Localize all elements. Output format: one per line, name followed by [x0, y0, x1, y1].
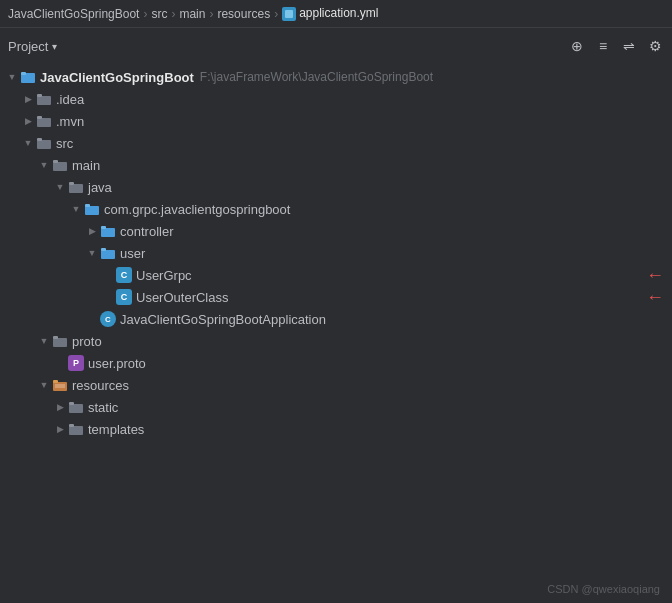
watermark: CSDN @qwexiaoqiang [547, 583, 660, 595]
user-label: user [120, 246, 145, 261]
src-expander[interactable] [20, 135, 36, 151]
com-expander[interactable] [68, 201, 84, 217]
breadcrumb-main[interactable]: main [179, 7, 205, 21]
panel-title: Project [8, 39, 48, 54]
breadcrumb: JavaClientGoSpringBoot › src › main › re… [0, 0, 672, 28]
app-label: JavaClientGoSpringBootApplication [120, 312, 326, 327]
com-folder-icon [84, 201, 100, 217]
static-label: static [88, 400, 118, 415]
resources-folder-icon [52, 377, 68, 393]
svg-rect-20 [53, 336, 58, 339]
idea-label: .idea [56, 92, 84, 107]
tree-item-user[interactable]: user [0, 242, 672, 264]
templates-label: templates [88, 422, 144, 437]
svg-rect-17 [101, 250, 115, 259]
tree-item-app[interactable]: C JavaClientGoSpringBootApplication [0, 308, 672, 330]
svg-rect-6 [37, 116, 42, 119]
java-label: java [88, 180, 112, 195]
tree-item-proto[interactable]: proto [0, 330, 672, 352]
root-path: F:\javaFrameWork\JavaClientGoSpringBoot [200, 70, 433, 84]
svg-rect-26 [69, 402, 74, 405]
root-label: JavaClientGoSpringBoot [40, 70, 194, 85]
settings-icon[interactable]: ⚙ [646, 38, 664, 54]
svg-rect-4 [37, 94, 42, 97]
userproto-label: user.proto [88, 356, 146, 371]
proto-expander[interactable] [36, 333, 52, 349]
breadcrumb-resources[interactable]: resources [217, 7, 270, 21]
breadcrumb-sep-4: › [274, 7, 278, 21]
tree-root[interactable]: JavaClientGoSpringBoot F:\javaFrameWork\… [0, 66, 672, 88]
controller-folder-icon [100, 223, 116, 239]
tree-item-static[interactable]: static [0, 396, 672, 418]
controller-label: controller [120, 224, 173, 239]
main-expander[interactable] [36, 157, 52, 173]
templates-expander[interactable] [52, 421, 68, 437]
tree-item-controller[interactable]: controller [0, 220, 672, 242]
breadcrumb-sep-2: › [171, 7, 175, 21]
resources-expander[interactable] [36, 377, 52, 393]
collapse-all-icon[interactable]: ≡ [594, 38, 612, 54]
add-icon[interactable]: ⊕ [568, 38, 586, 54]
java-expander[interactable] [52, 179, 68, 195]
panel-chevron-icon[interactable]: ▾ [52, 41, 57, 52]
proto-label: proto [72, 334, 102, 349]
breadcrumb-src[interactable]: src [151, 7, 167, 21]
java-folder-icon [68, 179, 84, 195]
file-tree[interactable]: JavaClientGoSpringBoot F:\javaFrameWork\… [0, 64, 672, 603]
tree-item-resources[interactable]: resources [0, 374, 672, 396]
user-expander[interactable] [84, 245, 100, 261]
svg-rect-7 [37, 140, 51, 149]
main-label: main [72, 158, 100, 173]
mvn-label: .mvn [56, 114, 84, 129]
userouterclass-arrow: ← [646, 287, 664, 308]
idea-expander[interactable] [20, 91, 36, 107]
src-folder-icon [36, 135, 52, 151]
svg-rect-2 [21, 72, 26, 75]
templates-folder-icon [68, 421, 84, 437]
static-folder-icon [68, 399, 84, 415]
svg-rect-12 [69, 182, 74, 185]
tree-item-mvn[interactable]: .mvn [0, 110, 672, 132]
svg-rect-16 [101, 226, 106, 229]
breadcrumb-project[interactable]: JavaClientGoSpringBoot [8, 7, 139, 21]
tree-item-com[interactable]: com.grpc.javaclientgospringboot [0, 198, 672, 220]
project-panel: Project ▾ ⊕ ≡ ⇌ ⚙ [0, 28, 672, 603]
proto-folder-icon [52, 333, 68, 349]
usergrpc-arrow: ← [646, 265, 664, 286]
userouterclass-label: UserOuterClass [136, 290, 228, 305]
userouterclass-leaf [100, 289, 116, 305]
breadcrumb-file[interactable]: application.yml [282, 6, 378, 21]
scroll-icon[interactable]: ⇌ [620, 38, 638, 54]
mvn-expander[interactable] [20, 113, 36, 129]
svg-rect-25 [69, 404, 83, 413]
root-folder-icon [20, 69, 36, 85]
breadcrumb-sep-3: › [209, 7, 213, 21]
svg-rect-19 [53, 338, 67, 347]
breadcrumb-sep-1: › [143, 7, 147, 21]
tree-item-idea[interactable]: .idea [0, 88, 672, 110]
panel-header: Project ▾ ⊕ ≡ ⇌ ⚙ [0, 28, 672, 64]
controller-expander[interactable] [84, 223, 100, 239]
svg-rect-18 [101, 248, 106, 251]
tree-item-user-proto[interactable]: P user.proto [0, 352, 672, 374]
static-expander[interactable] [52, 399, 68, 415]
tree-item-java[interactable]: java [0, 176, 672, 198]
tree-item-main[interactable]: main [0, 154, 672, 176]
idea-folder-icon [36, 91, 52, 107]
svg-rect-27 [69, 426, 83, 435]
main-panel: Project ▾ ⊕ ≡ ⇌ ⚙ [0, 28, 672, 603]
svg-rect-10 [53, 160, 58, 163]
tree-item-usergrpc[interactable]: C UserGrpc ← [0, 264, 672, 286]
root-expander[interactable] [4, 69, 20, 85]
userproto-leaf [52, 355, 68, 371]
tree-item-userouterclass[interactable]: C UserOuterClass ← [0, 286, 672, 308]
svg-rect-9 [53, 162, 67, 171]
svg-rect-15 [101, 228, 115, 237]
mvn-folder-icon [36, 113, 52, 129]
svg-rect-13 [85, 206, 99, 215]
tree-item-src[interactable]: src [0, 132, 672, 154]
svg-rect-3 [37, 96, 51, 105]
yaml-file-icon [282, 7, 296, 21]
tree-item-templates[interactable]: templates [0, 418, 672, 440]
user-folder-icon [100, 245, 116, 261]
